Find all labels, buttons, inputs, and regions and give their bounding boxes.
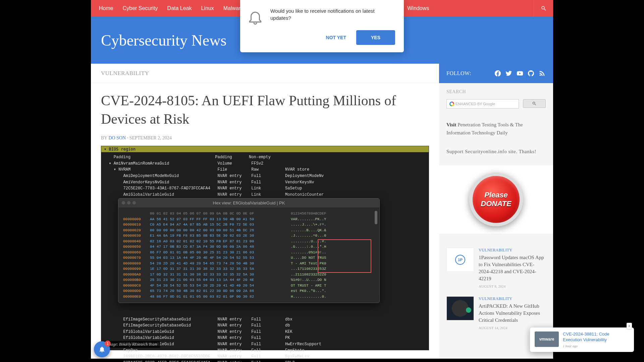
post-thumbnail: [446, 296, 474, 320]
follow-bar: FOLLOW:: [439, 64, 553, 83]
window-traffic-lights: [122, 201, 136, 204]
toast-title[interactable]: CVE-2024-38811: Code Execution Vulnerabi…: [563, 331, 629, 343]
search-icon: [532, 101, 537, 106]
yes-button[interactable]: YES: [356, 30, 395, 45]
donate-button[interactable]: Please DONATE: [469, 173, 523, 226]
toast-brand-text: vmware: [539, 337, 554, 342]
hex-viewer-window: Hex view: EfiGlobalVariableGuid | PK 00 …: [118, 198, 380, 303]
visit-links[interactable]: Penetration Testing Tools & The Informat…: [446, 122, 523, 135]
sidebar: FOLLOW: SEARCH ENHANCED BY Goog: [439, 64, 553, 359]
toast-close-button[interactable]: x: [627, 323, 632, 329]
hex-title-text: Hex view: EfiGlobalVariableGuid | PK: [213, 200, 285, 205]
toast-notification[interactable]: x vmware CVE-2024-38811: Code Execution …: [530, 327, 634, 352]
support-heading: Support Securityonline.info site. Thanks…: [446, 149, 546, 155]
category-bar: VULNERABILITY: [91, 64, 439, 83]
article-date: SEPTEMBER 2, 2024: [129, 135, 172, 140]
facebook-icon[interactable]: [494, 70, 501, 77]
byline: BY DO SON · SEPTEMBER 2, 2024: [101, 135, 429, 141]
google-search-button[interactable]: [523, 99, 546, 108]
post-category[interactable]: VULNERABILITY: [479, 248, 546, 253]
onepassword-icon: 1P: [455, 255, 465, 265]
toast-time: 1 hour ago: [563, 344, 629, 348]
site-title[interactable]: Cybersecurity News: [101, 32, 226, 49]
article-image: ▾ BIOS region Padding Padding Non-empty …: [101, 146, 429, 350]
by-label: BY: [101, 135, 107, 140]
visit-section: Visit Penetration Testing Tools & The In…: [439, 115, 553, 143]
zoom-dot-icon: [132, 201, 136, 204]
nav-data-leak[interactable]: Data Leak: [163, 0, 197, 16]
donate-text-1: Please: [484, 191, 508, 199]
close-dot-icon: [122, 201, 125, 204]
minimize-dot-icon: [127, 201, 130, 204]
related-post[interactable]: 1P VULNERABILITY 1Password Updates macOS…: [439, 244, 553, 292]
social-icons: [494, 70, 546, 77]
visit-bold: Visit: [446, 122, 456, 127]
search-heading: SEARCH: [446, 89, 546, 95]
github-icon[interactable]: [527, 70, 535, 77]
visit-text: Visit Penetration Testing Tools & The In…: [446, 121, 546, 137]
hex-window-title: Hex view: EfiGlobalVariableGuid | PK: [118, 198, 379, 207]
twitter-icon[interactable]: [505, 70, 513, 77]
post-title[interactable]: ArtiPACKED: A New GitHub Actions Vulnera…: [479, 303, 546, 324]
nav-linux[interactable]: Linux: [197, 0, 219, 16]
notification-text: Would you like to receive notifications …: [270, 7, 395, 21]
nav-home[interactable]: Home: [94, 0, 118, 16]
article-title: CVE-2024-8105: An UEFI Flaw Putting Mill…: [101, 92, 429, 128]
author-link[interactable]: DO SON: [108, 135, 126, 140]
hex-body: 00 01 02 03 04 05 06 07 08 09 0A 0B 0C 0…: [118, 207, 379, 303]
post-date: AUGUST 8, 2024: [479, 284, 546, 288]
post-title[interactable]: 1Password Updates macOS App to Fix Vulne…: [479, 254, 546, 282]
rss-icon[interactable]: [538, 70, 546, 77]
image-caption: Image: Binarly REsearch Team: [104, 341, 160, 348]
youtube-icon[interactable]: [516, 70, 524, 77]
support-section: Support Securityonline.info site. Thanks…: [439, 143, 553, 165]
post-thumbnail: 1P: [446, 248, 474, 272]
bell-icon: [98, 346, 106, 353]
not-yet-button[interactable]: NOT YET: [322, 32, 350, 43]
notification-bell-bubble[interactable]: 1: [94, 341, 110, 357]
donate-box: Please DONATE: [439, 165, 553, 234]
search-button[interactable]: [534, 0, 553, 17]
google-search-input[interactable]: ENHANCED BY Google: [446, 99, 519, 109]
nav-windows[interactable]: Windows: [402, 0, 434, 16]
nav-cyber-security[interactable]: Cyber Security: [118, 0, 163, 16]
google-logo-icon: [449, 102, 454, 106]
bell-icon: [247, 9, 264, 25]
search-placeholder: ENHANCED BY Google: [455, 102, 495, 106]
github-avatar-icon: [452, 300, 469, 317]
toast-brand-badge: vmware: [535, 331, 559, 347]
post-category[interactable]: VULNERABILITY: [479, 296, 546, 301]
notification-badge: 1: [105, 341, 111, 347]
hex-scrollbar[interactable]: [375, 211, 377, 224]
search-icon: [541, 5, 547, 11]
bios-region-header: ▾ BIOS region: [101, 146, 429, 152]
category-label[interactable]: VULNERABILITY: [101, 70, 149, 77]
search-section: SEARCH ENHANCED BY Google: [439, 83, 553, 115]
follow-label: FOLLOW:: [446, 70, 471, 76]
donate-text-2: DONATE: [481, 199, 511, 208]
notification-prompt: Would you like to receive notifications …: [240, 0, 404, 52]
article: CVE-2024-8105: An UEFI Flaw Putting Mill…: [91, 83, 439, 359]
